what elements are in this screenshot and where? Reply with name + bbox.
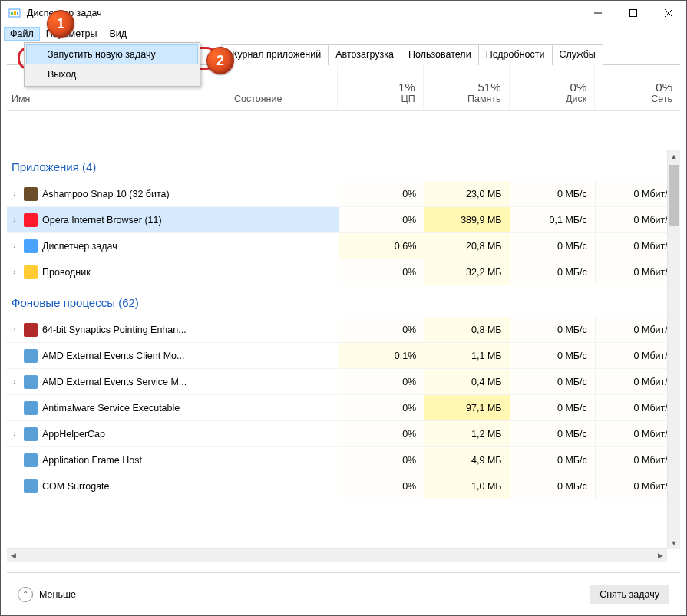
menu-view[interactable]: Вид: [103, 27, 133, 41]
scroll-left-icon[interactable]: ◀: [7, 549, 20, 562]
process-list: Приложения (4) ›Ashampoo Snap 10 (32 бит…: [7, 150, 680, 562]
fewer-details-label: Меньше: [39, 589, 76, 600]
cpu-cell: 0%: [339, 473, 424, 499]
end-task-button[interactable]: Снять задачу: [590, 585, 669, 604]
svg-rect-1: [11, 12, 13, 15]
header-memory[interactable]: 51% Память: [423, 65, 509, 110]
cpu-cell: 0%: [339, 447, 424, 473]
scroll-right-icon[interactable]: ▶: [654, 549, 667, 562]
header-net-label: Сеть: [651, 94, 672, 104]
process-name: AMD External Events Client Mo...: [42, 351, 231, 361]
memory-cell: 0,4 МБ: [424, 369, 509, 394]
header-disk[interactable]: 0% Диск: [509, 65, 595, 110]
header-disk-pct: 0%: [570, 81, 587, 94]
expand-icon[interactable]: ›: [7, 242, 22, 250]
process-row[interactable]: ›Ashampoo Snap 10 (32 бита)0%23,0 МБ0 МБ…: [7, 181, 680, 207]
process-row[interactable]: AMD External Events Client Mo...0,1%1,1 …: [7, 343, 680, 369]
header-cpu-label: ЦП: [401, 94, 415, 104]
expand-icon[interactable]: ›: [7, 325, 22, 334]
process-icon: [24, 375, 38, 389]
menu-exit[interactable]: Выход: [26, 64, 198, 84]
scrollbar-thumb[interactable]: [669, 165, 679, 226]
window-title: Диспетчер задач: [27, 8, 580, 18]
horizontal-scrollbar[interactable]: ◀ ▶: [7, 548, 667, 562]
cpu-cell: 0%: [339, 369, 424, 394]
memory-cell: 97,1 МБ: [424, 395, 509, 420]
process-row[interactable]: COM Surrogate0%1,0 МБ0 МБ/с0 Мбит/с: [7, 473, 680, 499]
memory-cell: 0,8 МБ: [424, 317, 509, 342]
process-name: Antimalware Service Executable: [42, 403, 231, 413]
expand-icon[interactable]: ›: [7, 430, 22, 438]
header-state[interactable]: Состояние: [230, 65, 337, 110]
close-button[interactable]: [651, 2, 686, 25]
process-name: 64-bit Synaptics Pointing Enhan...: [42, 324, 231, 335]
disk-cell: 0 МБ/с: [510, 369, 595, 394]
process-icon: [24, 349, 38, 363]
header-network[interactable]: 0% Сеть: [594, 65, 680, 110]
scroll-up-icon[interactable]: ▲: [668, 150, 680, 163]
process-icon: [24, 453, 38, 467]
fewer-details-button[interactable]: ⌃ Меньше: [18, 587, 76, 602]
process-row[interactable]: ›AMD External Events Service M...0%0,4 М…: [7, 369, 680, 395]
memory-cell: 23,0 МБ: [424, 181, 509, 206]
window-controls: [580, 2, 686, 25]
footer: ⌃ Меньше Снять задачу: [7, 572, 680, 615]
process-row[interactable]: ›Проводник0%32,2 МБ0 МБ/с0 Мбит/с: [7, 259, 680, 285]
cpu-cell: 0%: [339, 317, 424, 342]
file-menu-dropdown: Запустить новую задачу Выход: [24, 42, 200, 87]
memory-cell: 4,9 МБ: [424, 447, 509, 473]
tab-users[interactable]: Пользователи: [401, 44, 479, 65]
cpu-cell: 0%: [339, 181, 424, 206]
tab-startup[interactable]: Автозагрузка: [328, 44, 401, 65]
tab-details[interactable]: Подробности: [478, 44, 553, 65]
menubar: Файл Параметры Вид: [1, 25, 686, 42]
expand-icon[interactable]: ›: [7, 189, 22, 198]
app-icon: [8, 7, 21, 19]
svg-rect-5: [630, 10, 637, 17]
scroll-down-icon[interactable]: ▼: [668, 536, 680, 549]
tab-services[interactable]: Службы: [552, 44, 603, 65]
process-icon: [24, 265, 38, 279]
process-row[interactable]: ›64-bit Synaptics Pointing Enhan...0%0,8…: [7, 317, 680, 343]
chevron-up-icon: ⌃: [18, 587, 33, 602]
memory-cell: 32,2 МБ: [424, 259, 509, 285]
group-background[interactable]: Фоновые процессы (62): [7, 285, 680, 317]
disk-cell: 0 МБ/с: [510, 343, 595, 368]
process-row[interactable]: ›AppHelperCap0%1,2 МБ0 МБ/с0 Мбит/с: [7, 421, 680, 447]
process-row[interactable]: ›Opera Internet Browser (11)0%389,9 МБ0,…: [7, 207, 680, 233]
process-name: Диспетчер задач: [42, 241, 231, 252]
header-disk-label: Диск: [566, 94, 586, 104]
header-cpu[interactable]: 1% ЦП: [337, 65, 423, 110]
disk-cell: 0 МБ/с: [510, 259, 595, 285]
process-icon: [24, 213, 38, 227]
cpu-cell: 0%: [339, 395, 424, 420]
process-name: Application Frame Host: [42, 455, 231, 466]
expand-icon[interactable]: ›: [7, 268, 22, 276]
vertical-scrollbar[interactable]: ▲ ▼: [667, 150, 680, 549]
menu-run-new-task[interactable]: Запустить новую задачу: [26, 44, 198, 64]
group-applications[interactable]: Приложения (4): [7, 150, 680, 181]
process-row[interactable]: Antimalware Service Executable0%97,1 МБ0…: [7, 395, 680, 421]
process-name: Проводник: [42, 267, 231, 278]
menu-file[interactable]: Файл: [4, 27, 40, 41]
minimize-button[interactable]: [580, 2, 616, 25]
header-mem-pct: 51%: [477, 81, 500, 94]
header-net-pct: 0%: [656, 81, 672, 94]
disk-cell: 0 МБ/с: [510, 395, 595, 420]
disk-cell: 0 МБ/с: [510, 181, 595, 206]
svg-rect-3: [17, 12, 18, 15]
process-row[interactable]: Application Frame Host0%4,9 МБ0 МБ/с0 Мб…: [7, 447, 680, 473]
disk-cell: 0,1 МБ/с: [510, 207, 595, 232]
tab-app-history[interactable]: Журнал приложений: [221, 44, 329, 65]
disk-cell: 0 МБ/с: [510, 473, 595, 499]
expand-icon[interactable]: ›: [7, 377, 22, 386]
memory-cell: 389,9 МБ: [424, 207, 509, 232]
cpu-cell: 0%: [339, 421, 424, 446]
maximize-button[interactable]: [616, 2, 651, 25]
process-icon: [24, 401, 38, 415]
header-cpu-pct: 1%: [398, 81, 415, 94]
process-name: COM Surrogate: [42, 481, 231, 492]
process-row[interactable]: ›Диспетчер задач0,6%20,8 МБ0 МБ/с0 Мбит/…: [7, 233, 680, 259]
expand-icon[interactable]: ›: [7, 216, 22, 224]
process-icon: [24, 239, 38, 253]
